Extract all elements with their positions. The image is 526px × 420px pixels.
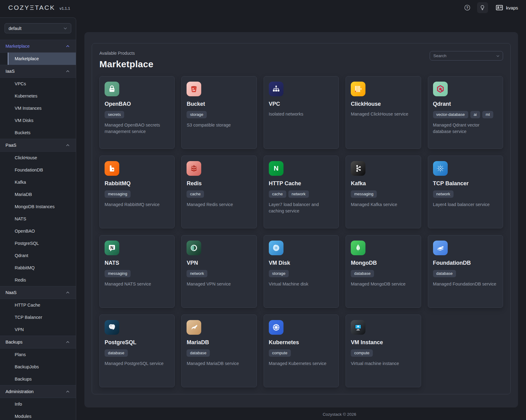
sidebar-item-mongodb-instances[interactable]: MongoDB Instances — [0, 201, 76, 213]
search-input[interactable] — [433, 53, 494, 58]
sidebar-item-rabbitmq[interactable]: RabbitMQ — [0, 262, 76, 274]
sidebar-item-kafka[interactable]: Kafka — [0, 176, 76, 188]
search-box[interactable] — [430, 51, 503, 61]
brand: COZYΞTACK v1.1.1 — [8, 4, 70, 11]
product-tags: database — [433, 270, 498, 277]
product-card-redis[interactable]: RediscacheManaged Redis service — [181, 156, 257, 228]
theme-toggle-button[interactable] — [477, 2, 488, 13]
sidebar-item-marketplace[interactable]: Marketplace — [8, 53, 76, 65]
sidebar-item-modules[interactable]: Modules — [0, 410, 76, 420]
namespace-select[interactable]: default — [5, 23, 71, 33]
product-card-qdrant[interactable]: Qdrantvector-databaseaimlManaged Qdrant … — [428, 76, 503, 149]
product-card-mariadb[interactable]: MariaDBdatabaseManaged MariaDB service — [181, 315, 257, 387]
product-title: OpenBAO — [105, 101, 169, 107]
sidebar-item-plans[interactable]: Plans — [0, 348, 76, 361]
sidebar-item-vm-disks[interactable]: VM Disks — [0, 114, 76, 127]
sidebar-item-mariadb[interactable]: MariaDB — [0, 188, 76, 201]
product-card-mongodb[interactable]: MongoDBdatabaseManaged MongoDB service — [346, 235, 421, 308]
product-card-http-cache[interactable]: NHTTP CachecachenetworkLayer7 load balan… — [264, 156, 339, 228]
product-description: Isolated networks — [269, 111, 334, 118]
product-description: Managed FoundationDB service — [433, 281, 498, 288]
sidebar-item-postgresql[interactable]: PostgreSQL — [0, 237, 76, 249]
sidebar-section-backups[interactable]: Backups — [0, 336, 76, 348]
product-title: RabbitMQ — [105, 180, 169, 187]
product-card-kafka[interactable]: KafkamessagingManaged Kafka service — [346, 156, 421, 228]
sidebar-item-vpcs[interactable]: VPCs — [0, 78, 76, 90]
product-tag: database — [351, 270, 374, 277]
product-tag: network — [433, 190, 454, 198]
sidebar-item-foundationdb[interactable]: FoundationDB — [0, 164, 76, 176]
product-card-kubernetes[interactable]: KubernetescomputeManaged Kubernetes serv… — [264, 315, 339, 387]
product-card-foundationdb[interactable]: FoundationDBdatabaseManaged FoundationDB… — [428, 235, 503, 308]
postgresql-elephant-icon — [105, 320, 119, 335]
product-title: MariaDB — [187, 339, 251, 346]
product-card-openbao[interactable]: OpenBAOsecretsManaged OpenBAO secrets ma… — [99, 76, 175, 149]
chevron-down-icon — [496, 55, 500, 57]
product-title: TCP Balancer — [433, 180, 498, 187]
product-card-vm-disk[interactable]: VM DiskstorageVirtual Machine disk — [264, 235, 339, 308]
sidebar-item-backups[interactable]: Backups — [0, 373, 76, 385]
product-card-postgresql[interactable]: PostgreSQLdatabaseManaged PostgreSQL ser… — [99, 315, 175, 387]
product-tags: compute — [269, 349, 334, 357]
product-tags: compute — [351, 349, 416, 357]
product-title: VPC — [269, 101, 334, 107]
sidebar-item-tcp-balancer[interactable]: TCP Balancer — [0, 311, 76, 323]
rabbitmq-logo-icon — [105, 161, 119, 176]
sidebar-section-marketplace[interactable]: Marketplace — [0, 40, 76, 53]
clickhouse-bars-icon — [351, 82, 365, 96]
chevron-down-icon — [63, 27, 67, 30]
sidebar-section-naas[interactable]: NaaS — [0, 286, 76, 299]
product-description: Managed VPN service — [187, 281, 251, 288]
svg-text:?: ? — [466, 6, 468, 9]
app-logo: COZYΞTACK — [8, 4, 55, 11]
section-label: IaaS — [6, 69, 15, 74]
product-description: Virtual machine instance — [351, 360, 416, 367]
sidebar-item-info[interactable]: Info — [0, 398, 76, 410]
product-tag: storage — [269, 270, 289, 277]
product-description: Layer4 load balancer service — [433, 201, 498, 208]
product-card-clickhouse[interactable]: ClickHouseManaged ClickHouse service — [346, 76, 421, 149]
sidebar-item-vpn[interactable]: VPN — [0, 323, 76, 336]
sidebar-nav: MarketplaceMarketplaceIaaSVPCsKubernetes… — [0, 40, 76, 420]
app-version: v1.1.1 — [59, 6, 70, 11]
chevron-up-icon — [66, 341, 70, 344]
product-tags: messaging — [105, 270, 169, 277]
product-title: VM Instance — [351, 339, 416, 346]
sidebar-item-vm-instances[interactable]: VM Instances — [0, 102, 76, 114]
product-tags: storage — [187, 111, 251, 118]
product-description: Managed Kafka service — [351, 201, 416, 208]
page-title: Marketplace — [99, 59, 503, 69]
sidebar-item-http-cache[interactable]: HTTP Cache — [0, 299, 76, 311]
sidebar-item-redis[interactable]: Redis — [0, 274, 76, 286]
product-description: Managed Qdrant vector database service — [433, 122, 498, 135]
foundationdb-logo-icon — [433, 241, 448, 255]
chevron-up-icon — [66, 144, 70, 147]
user-menu[interactable]: kvaps — [495, 4, 518, 12]
nats-logo-icon: N — [105, 241, 119, 255]
sidebar-item-nats[interactable]: NATS — [0, 213, 76, 225]
product-card-tcp-balancer[interactable]: TCP BalancernetworkLayer4 load balancer … — [428, 156, 503, 228]
product-card-rabbitmq[interactable]: RabbitMQmessagingManaged RabbitMQ servic… — [99, 156, 175, 228]
sidebar-item-buckets[interactable]: Buckets — [0, 127, 76, 139]
product-title: FoundationDB — [433, 260, 498, 266]
sidebar-item-backupjobs[interactable]: BackupJobs — [0, 361, 76, 373]
section-label: Marketplace — [6, 44, 30, 49]
sidebar: default MarketplaceMarketplaceIaaSVPCsKu… — [0, 17, 76, 420]
product-tag: network — [288, 190, 309, 198]
product-card-vpc[interactable]: VPCIsolated networks — [264, 76, 339, 149]
product-card-vm-instance[interactable]: VM InstancecomputeVirtual machine instan… — [346, 315, 421, 387]
sidebar-section-iaas[interactable]: IaaS — [0, 65, 76, 78]
product-card-bucket[interactable]: BucketstorageS3 compatible storage — [181, 76, 257, 149]
sidebar-section-administration[interactable]: Administration — [0, 385, 76, 398]
sidebar-item-clickhouse[interactable]: ClickHouse — [0, 152, 76, 164]
product-title: HTTP Cache — [269, 180, 334, 187]
product-card-nats[interactable]: NNATSmessagingManaged NATS service — [99, 235, 175, 308]
help-button[interactable]: ? — [462, 2, 473, 13]
sidebar-item-openbao[interactable]: OpenBAO — [0, 225, 76, 237]
sidebar-item-kubernetes[interactable]: Kubernetes — [0, 90, 76, 102]
sidebar-item-qdrant[interactable]: Qdrant — [0, 249, 76, 262]
product-card-vpn[interactable]: VPNnetworkManaged VPN service — [181, 235, 257, 308]
sidebar-section-paas[interactable]: PaaS — [0, 139, 76, 152]
section-label: NaaS — [6, 290, 17, 295]
product-tag: vector-database — [433, 111, 468, 118]
